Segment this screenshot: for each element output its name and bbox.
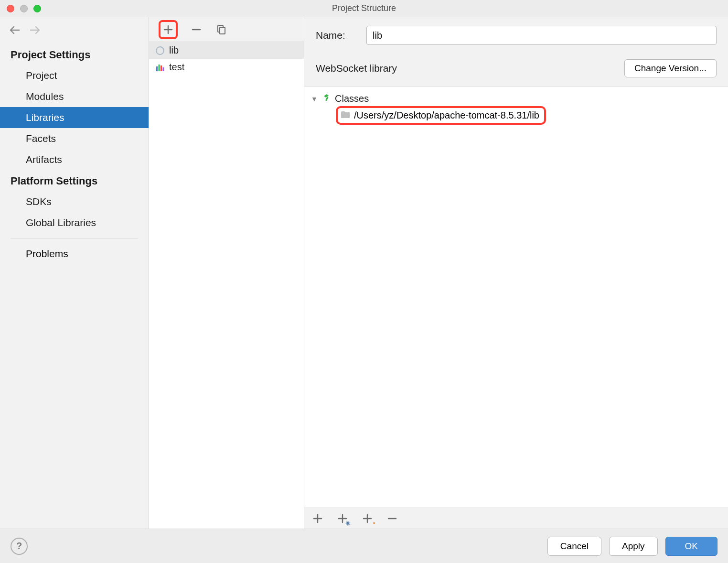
library-item-test[interactable]: test [149, 59, 304, 76]
bars-icon [155, 62, 165, 73]
library-toolbar [149, 17, 304, 42]
nav-back-icon[interactable] [10, 24, 20, 37]
library-item-label: lib [169, 45, 179, 56]
add-root-button[interactable] [311, 512, 324, 525]
library-detail-panel: Name: WebSocket library Change Version..… [304, 17, 728, 529]
svg-rect-6 [163, 67, 164, 71]
tree-node-label: Classes [335, 93, 369, 104]
sidebar-item-libraries[interactable]: Libraries [0, 107, 149, 128]
remove-library-button[interactable] [190, 23, 203, 36]
tree-node-classes[interactable]: ▼ Classes [311, 91, 721, 106]
tree-node-path-label: /Users/yz/Desktop/apache-tomcat-8.5.31/l… [354, 110, 539, 121]
sidebar-section-project-settings: Project Settings [0, 44, 149, 65]
cancel-button[interactable]: Cancel [547, 537, 601, 556]
titlebar: Project Structure [0, 0, 728, 17]
tree-node-path[interactable]: /Users/yz/Desktop/apache-tomcat-8.5.31/l… [336, 106, 546, 125]
copy-library-button[interactable] [215, 23, 227, 36]
library-content-tree[interactable]: ▼ Classes /Users/yz/Desktop/apache-tomca… [304, 87, 728, 508]
hammer-icon [322, 93, 331, 104]
window-title: Project Structure [0, 3, 728, 13]
svg-rect-1 [220, 27, 225, 34]
sidebar-item-global-libraries[interactable]: Global Libraries [0, 212, 149, 233]
library-list-panel: lib test [149, 17, 304, 529]
library-type-label: WebSocket library [316, 63, 397, 74]
sidebar-item-sdks[interactable]: SDKs [0, 191, 149, 212]
disclosure-triangle-icon[interactable]: ▼ [311, 95, 319, 103]
add-url-button[interactable]: ◉ [336, 512, 349, 525]
svg-rect-5 [161, 65, 162, 71]
library-name-input[interactable] [366, 26, 717, 45]
library-item-lib[interactable]: lib [149, 42, 304, 59]
library-icon [155, 45, 165, 56]
window-close-button[interactable] [7, 5, 14, 12]
help-button[interactable]: ? [11, 538, 28, 555]
sidebar: Project Settings Project Modules Librari… [0, 17, 149, 529]
library-item-label: test [169, 62, 184, 73]
sidebar-item-artifacts[interactable]: Artifacts [0, 149, 149, 170]
ok-button[interactable]: OK [665, 537, 717, 556]
sidebar-item-facets[interactable]: Facets [0, 128, 149, 149]
sidebar-item-project[interactable]: Project [0, 65, 149, 86]
window-maximize-button[interactable] [33, 5, 41, 12]
name-label: Name: [316, 30, 359, 41]
apply-button[interactable]: Apply [609, 537, 658, 556]
folder-icon [341, 110, 350, 121]
sidebar-item-modules[interactable]: Modules [0, 86, 149, 107]
add-folder-button[interactable]: ▪ [361, 512, 374, 525]
remove-root-button[interactable] [385, 512, 399, 525]
sidebar-divider [11, 238, 138, 238]
globe-decoration-icon: ◉ [345, 520, 350, 526]
svg-rect-3 [156, 66, 158, 71]
nav-forward-icon[interactable] [30, 24, 40, 37]
sidebar-item-problems[interactable]: Problems [0, 243, 149, 264]
folder-decoration-icon: ▪ [373, 520, 375, 526]
add-library-button[interactable] [159, 20, 178, 39]
svg-rect-4 [159, 65, 160, 71]
window-minimize-button[interactable] [20, 5, 28, 12]
library-content-toolbar: ◉ ▪ [304, 508, 728, 529]
change-version-button[interactable]: Change Version... [624, 59, 717, 77]
dialog-footer: ? Cancel Apply OK [0, 529, 728, 563]
sidebar-section-platform-settings: Platform Settings [0, 170, 149, 191]
